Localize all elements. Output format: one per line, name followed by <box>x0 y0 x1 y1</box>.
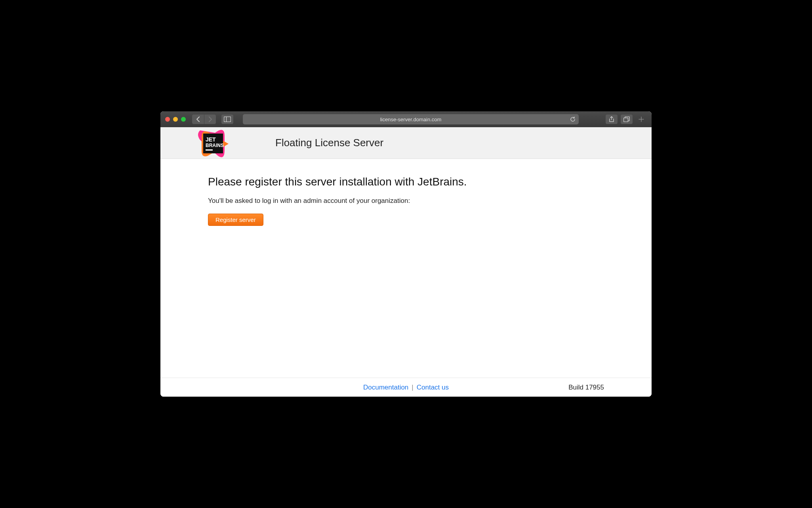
reload-button[interactable] <box>570 116 576 122</box>
jetbrains-logo: JET BRAINS <box>196 130 252 158</box>
sidebar-toggle-button[interactable] <box>221 115 233 124</box>
svg-rect-6 <box>206 149 213 151</box>
url-bar[interactable]: license-server.domain.com <box>243 114 579 124</box>
url-text: license-server.domain.com <box>380 116 442 122</box>
svg-text:BRAINS: BRAINS <box>206 143 224 148</box>
contact-us-link[interactable]: Contact us <box>417 384 449 392</box>
page-header: JET BRAINS Floating License Server <box>160 127 652 159</box>
main-subtext: You'll be asked to log in with an admin … <box>208 197 652 205</box>
main-content: Please register this server installation… <box>160 159 652 378</box>
window-controls <box>165 117 186 122</box>
page-title: Floating License Server <box>275 137 383 149</box>
nav-buttons <box>192 115 216 124</box>
documentation-link[interactable]: Documentation <box>363 384 408 392</box>
chevron-left-icon <box>196 116 200 122</box>
minimize-window-button[interactable] <box>173 117 178 122</box>
svg-text:JET: JET <box>206 136 216 143</box>
reload-icon <box>570 116 576 122</box>
chevron-right-icon <box>208 116 212 122</box>
jetbrains-logo-icon: JET BRAINS <box>196 130 252 158</box>
back-button[interactable] <box>192 115 204 124</box>
plus-icon <box>639 116 644 122</box>
svg-rect-0 <box>224 117 231 122</box>
fullscreen-window-button[interactable] <box>181 117 186 122</box>
forward-button[interactable] <box>204 115 216 124</box>
register-server-button[interactable]: Register server <box>208 214 263 226</box>
build-label: Build 17955 <box>568 384 604 392</box>
sidebar-icon <box>224 116 231 122</box>
new-tab-button[interactable] <box>636 114 647 125</box>
main-heading: Please register this server installation… <box>208 176 652 188</box>
toolbar-right <box>606 114 647 125</box>
share-button[interactable] <box>606 115 618 124</box>
share-icon <box>609 116 614 122</box>
page-footer: Documentation | Contact us Build 17955 <box>160 378 652 397</box>
browser-window: license-server.domain.com JET <box>160 111 652 397</box>
footer-separator: | <box>412 384 413 392</box>
tabs-icon <box>623 116 630 122</box>
svg-rect-2 <box>624 118 628 122</box>
close-window-button[interactable] <box>165 117 170 122</box>
browser-titlebar: license-server.domain.com <box>160 111 652 127</box>
tabs-button[interactable] <box>621 115 633 124</box>
